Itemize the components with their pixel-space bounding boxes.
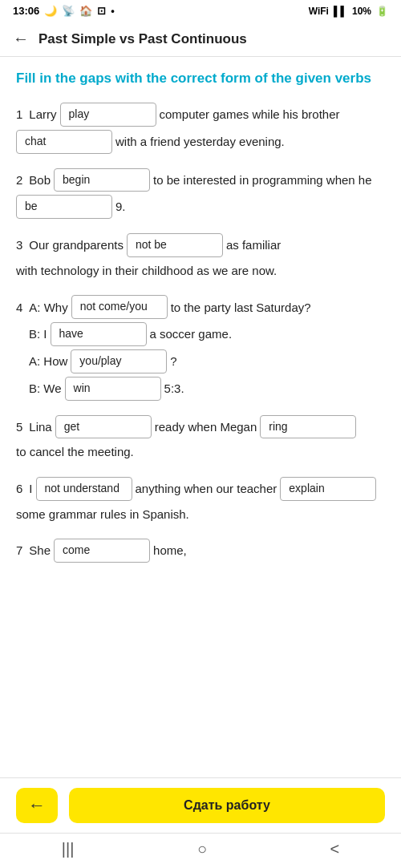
exercise-6-number: 6 (16, 478, 22, 499)
status-right: WiFi ▌▌ 10% 🔋 (309, 6, 388, 17)
ex1-box1[interactable]: play (60, 103, 156, 127)
ex3-box1[interactable]: not be (127, 233, 223, 257)
exercise-3-number: 3 (16, 235, 22, 256)
exercise-4-row4: B: We win 5:3. (29, 377, 385, 401)
nav-home-icon[interactable]: ○ (197, 840, 207, 858)
ex5-text2: ready when Megan (155, 417, 257, 438)
ex2-box1[interactable]: begin (54, 168, 150, 192)
settings-icon: 🏠 (79, 5, 92, 17)
ex1-text3: his brother (283, 104, 340, 125)
back-button[interactable]: ← (13, 30, 29, 48)
ex4-text2: to the party last (171, 297, 253, 318)
dot-icon: • (111, 5, 115, 17)
exercise-4-row1: 4 A: Why not come/you to the party last … (16, 295, 385, 319)
ex6-box1[interactable]: not understand (36, 477, 132, 501)
ex3-text1: Our grandparents (29, 235, 124, 256)
status-bar: 13:06 🌙 📡 🏠 ⊡ • WiFi ▌▌ 10% 🔋 (0, 0, 401, 22)
submit-button[interactable]: Сдать работу (69, 788, 385, 823)
ex1-text2: computer games while (160, 104, 280, 125)
ex6-box2[interactable]: explain (280, 477, 376, 501)
focus-icon: ⊡ (97, 5, 106, 17)
exercise-7-row: 7 She come home, (16, 539, 385, 563)
ex4-box4[interactable]: win (65, 377, 161, 401)
exercise-1-row: 1 Larry play computer games while his br… (16, 103, 385, 154)
instruction-text: Fill in the gaps with the correct form o… (16, 70, 385, 88)
exercise-5: 5 Lina get ready when Megan ring to canc… (16, 415, 385, 462)
ex4-label1: B: I (29, 324, 47, 345)
bottom-back-button[interactable]: ← (16, 788, 58, 823)
ex7-text1: She (29, 540, 51, 561)
ex5-box1[interactable]: get (55, 415, 152, 439)
ex7-text2: home, (153, 540, 187, 561)
ex4-text1: A: Why (29, 297, 67, 318)
battery-icon: 🔋 (376, 6, 388, 17)
ex5-box2[interactable]: ring (260, 415, 356, 439)
ex2-text1: Bob (29, 170, 51, 191)
ex7-box1[interactable]: come (54, 539, 150, 563)
ex4-text6: 5:3. (164, 378, 184, 399)
exercise-2-row: 2 Bob begin to be interested in programm… (16, 168, 385, 220)
ex4-label3: B: We (29, 378, 62, 399)
ex6-text3: some grammar rules in (16, 504, 139, 525)
ex4-box1[interactable]: not come/you (71, 295, 168, 319)
exercise-3: 3 Our grandparents not be as familiar wi… (16, 233, 385, 281)
nav-back-icon[interactable]: < (330, 840, 340, 858)
nav-bar: ||| ○ < (0, 833, 401, 868)
ex2-text3: programming when he (252, 170, 371, 191)
ex4-box3[interactable]: you/play (71, 349, 167, 373)
ex1-box2[interactable]: chat (16, 130, 112, 154)
moon-icon: 🌙 (44, 5, 57, 17)
exercise-6-row: 6 I not understand anything when our tea… (16, 477, 385, 524)
ex6-text2: anything when our teacher (136, 478, 277, 499)
exercise-1-number: 1 (16, 104, 22, 125)
exercise-5-number: 5 (16, 417, 22, 438)
exercise-7-number: 7 (16, 540, 22, 561)
ex3-text3: with technology in their childhood as we… (16, 260, 277, 281)
exercise-2-number: 2 (16, 170, 22, 191)
ex1-text5: yesterday evening. (184, 131, 285, 152)
exercise-2: 2 Bob begin to be interested in programm… (16, 168, 385, 220)
exercise-3-row: 3 Our grandparents not be as familiar wi… (16, 233, 385, 281)
ex1-text4: with a friend (115, 131, 180, 152)
ex2-text2: to be interested in (153, 170, 249, 191)
ex6-text1: I (29, 478, 32, 499)
ex6-text4: Spanish. (142, 504, 188, 525)
exercise-4-row2: B: I have a soccer game. (29, 322, 385, 346)
ex2-box2[interactable]: be (16, 195, 112, 219)
exercise-4-number: 4 (16, 297, 22, 318)
exercise-4-row3: A: How you/play ? (29, 349, 385, 373)
ex1-text1: Larry (29, 104, 56, 125)
content-area: Fill in the gaps with the correct form o… (0, 57, 401, 777)
ex5-text3: to cancel the meeting. (16, 442, 134, 462)
exercise-1: 1 Larry play computer games while his br… (16, 103, 385, 154)
cast-icon: 📡 (62, 5, 75, 17)
bottom-bar: ← Сдать работу (0, 777, 401, 833)
ex3-text2: as familiar (226, 235, 281, 256)
exercise-7: 7 She come home, (16, 539, 385, 563)
header: ← Past Simple vs Past Continuous (0, 22, 401, 57)
status-left: 13:06 🌙 📡 🏠 ⊡ • (13, 5, 115, 17)
status-time: 13:06 (13, 5, 39, 17)
wifi-icon: WiFi (309, 6, 329, 17)
ex4-text3: Saturday? (256, 297, 310, 318)
ex2-text4: 9. (115, 196, 126, 217)
exercise-5-row: 5 Lina get ready when Megan ring to canc… (16, 415, 385, 462)
ex4-label2: A: How (29, 351, 67, 372)
signal-icon: ▌▌ (334, 6, 347, 17)
ex5-text1: Lina (29, 417, 51, 438)
exercise-4: 4 A: Why not come/you to the party last … (16, 295, 385, 400)
ex4-box2[interactable]: have (51, 322, 147, 346)
battery-level: 10% (352, 6, 371, 17)
exercise-6: 6 I not understand anything when our tea… (16, 477, 385, 524)
nav-menu-icon[interactable]: ||| (62, 840, 75, 858)
ex4-text4: a soccer game. (150, 324, 233, 345)
ex4-text5: ? (170, 351, 176, 372)
header-title: Past Simple vs Past Continuous (38, 31, 247, 47)
